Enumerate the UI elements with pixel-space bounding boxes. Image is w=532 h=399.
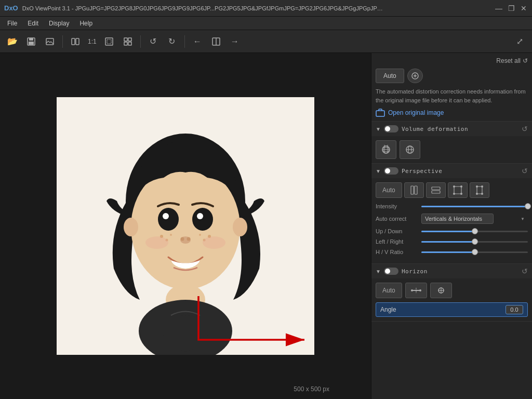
horizon-content: Auto (371, 278, 532, 321)
svg-point-33 (199, 234, 201, 236)
vd-expand-button[interactable] (376, 140, 396, 159)
perspective-header[interactable]: ▼ Perspective ↺ (371, 164, 532, 178)
split-view-button[interactable] (208, 33, 224, 50)
perspective-toggle[interactable] (384, 167, 398, 175)
svg-rect-7 (107, 39, 111, 44)
menu-edit[interactable]: Edit (22, 19, 44, 28)
svg-rect-1 (29, 38, 33, 41)
svg-point-19 (124, 218, 138, 236)
menu-help[interactable]: Help (74, 19, 98, 28)
svg-rect-11 (128, 42, 131, 45)
svg-point-26 (181, 237, 184, 241)
perspective-chevron: ▼ (376, 168, 381, 174)
perspective-reset[interactable]: ↺ (522, 167, 528, 175)
reset-all-button[interactable]: Reset all ↺ (496, 57, 528, 64)
autocorrect-label: Auto correct (376, 216, 417, 222)
svg-rect-2 (29, 42, 34, 45)
svg-point-35 (203, 236, 225, 249)
svg-point-22 (192, 208, 213, 231)
svg-point-23 (163, 213, 169, 219)
save-button[interactable] (23, 33, 39, 50)
open-folder-button[interactable]: 📂 (4, 33, 21, 50)
volume-deformation-section: ▼ Volume deformation ↺ (371, 122, 532, 164)
intensity-row: Intensity (376, 203, 528, 209)
svg-point-53 (476, 185, 478, 188)
expand-button[interactable]: ⤢ (511, 33, 528, 50)
svg-rect-44 (415, 186, 417, 194)
svg-rect-46 (432, 191, 440, 193)
next-button[interactable]: → (227, 33, 243, 50)
left-right-slider[interactable] (421, 241, 528, 243)
perspective-rect-button[interactable] (448, 182, 468, 198)
title-bar: DxO DxO ViewPoint 3.1 - JPGuJPG=JPG2JPG8… (0, 0, 532, 17)
up-down-label: Up / Down (376, 228, 417, 234)
svg-rect-5 (76, 38, 79, 45)
horizon-line-button[interactable] (405, 283, 427, 298)
info-text: The automated distortion correction need… (376, 87, 528, 104)
smart-auto-button[interactable] (407, 69, 423, 83)
menu-file[interactable]: File (2, 19, 22, 28)
autocorrect-select[interactable]: Verticals & Horizontals Verticals only H… (421, 214, 494, 224)
right-panel: Reset all ↺ Auto The automated distortio… (371, 53, 532, 399)
intensity-slider[interactable] (421, 206, 528, 207)
svg-rect-47 (454, 187, 461, 194)
svg-point-54 (481, 185, 483, 188)
redo-button[interactable]: ↻ (164, 33, 180, 50)
restore-button[interactable]: ❐ (507, 4, 515, 12)
svg-point-55 (476, 193, 478, 195)
svg-rect-10 (124, 42, 127, 45)
image-view-button[interactable] (42, 33, 58, 50)
horizon-center-button[interactable] (430, 283, 452, 298)
svg-point-51 (460, 193, 462, 195)
menu-display[interactable]: Display (44, 19, 74, 28)
up-down-slider[interactable] (421, 231, 528, 232)
angle-value[interactable]: 0.0 (506, 305, 523, 314)
hv-ratio-label: H / V Ratio (376, 249, 417, 255)
svg-point-24 (197, 213, 203, 219)
perspective-section: ▼ Perspective ↺ Auto (371, 164, 532, 264)
svg-rect-38 (376, 111, 384, 116)
svg-rect-3 (46, 38, 54, 45)
svg-point-58 (411, 289, 413, 291)
undo-button[interactable]: ↺ (145, 33, 162, 50)
perspective-content: Auto (371, 178, 532, 263)
prev-button[interactable]: ← (189, 33, 206, 50)
close-button[interactable]: ✕ (520, 4, 528, 12)
svg-point-49 (460, 185, 462, 188)
svg-point-30 (170, 234, 172, 236)
horizon-header[interactable]: ▼ Horizon ↺ (371, 264, 532, 278)
grid-button[interactable] (119, 33, 136, 50)
svg-point-34 (145, 236, 168, 249)
svg-rect-9 (128, 38, 131, 41)
perspective-auto-button[interactable]: Auto (376, 182, 402, 198)
open-original-image-link[interactable]: Open original image (376, 109, 528, 117)
horizon-toggle[interactable] (384, 268, 398, 275)
angle-row: Angle 0.0 (376, 302, 528, 317)
volume-deformation-toggle[interactable] (384, 125, 398, 132)
volume-deformation-reset[interactable]: ↺ (522, 125, 528, 133)
auto-button[interactable]: Auto (376, 69, 404, 83)
svg-point-27 (187, 237, 191, 241)
toolbar: 📂 1:1 ↺ ↻ ← → ⤢ (0, 30, 532, 53)
volume-deformation-header[interactable]: ▼ Volume deformation ↺ (371, 122, 532, 136)
menu-bar: File Edit Display Help (0, 17, 532, 30)
perspective-horizontal-button[interactable] (426, 182, 446, 198)
minimize-button[interactable]: — (495, 4, 503, 12)
horizon-title: Horizon (402, 268, 518, 275)
svg-rect-45 (432, 187, 440, 190)
perspective-vertical-button[interactable] (404, 182, 424, 198)
intensity-label: Intensity (376, 203, 417, 209)
zoom-label: 1:1 (86, 38, 99, 45)
fit-button[interactable] (101, 33, 117, 50)
perspective-four-point-button[interactable] (470, 182, 489, 198)
vd-compress-button[interactable] (400, 140, 420, 159)
hv-ratio-slider[interactable] (421, 251, 528, 253)
image-container (57, 97, 314, 355)
horizon-reset[interactable]: ↺ (522, 267, 528, 275)
autocorrect-row: Auto correct Verticals & Horizontals Ver… (376, 214, 528, 224)
compare-button[interactable] (67, 33, 84, 50)
volume-deformation-chevron: ▼ (376, 126, 381, 132)
main-area: 500 x 500 px Reset all ↺ Auto The (0, 53, 532, 399)
horizon-auto-button[interactable]: Auto (376, 283, 402, 298)
horizon-chevron: ▼ (376, 269, 381, 274)
